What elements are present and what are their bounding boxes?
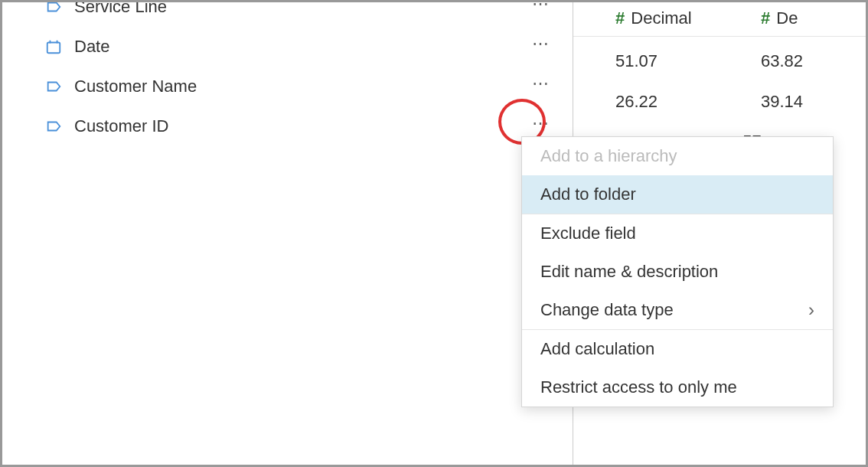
- menu-exclude-field[interactable]: Exclude field: [522, 214, 833, 253]
- menu-item-label: Add to folder: [540, 185, 636, 204]
- menu-item-label: Edit name & description: [540, 262, 718, 282]
- column-header-label: Decimal: [631, 8, 691, 28]
- menu-add-hierarchy: Add to a hierarchy: [522, 137, 833, 175]
- field-label: Customer Name: [74, 77, 524, 96]
- menu-add-calculation[interactable]: Add calculation: [522, 330, 833, 368]
- table-cell: 63.82: [761, 41, 866, 82]
- field-label: Service Line: [74, 0, 524, 17]
- column-header[interactable]: # De: [761, 2, 866, 37]
- menu-item-label: Change data type: [540, 300, 674, 320]
- menu-add-to-folder[interactable]: Add to folder: [522, 175, 833, 214]
- number-type-icon: #: [615, 8, 625, 28]
- more-menu-icon[interactable]: ⋯: [524, 115, 557, 132]
- field-item-service-line[interactable]: Service Line ⋯: [2, 0, 573, 27]
- field-context-menu: Add to a hierarchy Add to folder Exclude…: [521, 136, 834, 407]
- field-list-panel: Service Line ⋯ Date ⋯ Customer Name ⋯: [2, 2, 573, 465]
- table-cell: 26.22: [573, 82, 761, 122]
- menu-edit-name-description[interactable]: Edit name & description: [522, 253, 833, 291]
- column-header[interactable]: # Decimal: [573, 2, 761, 37]
- menu-item-label: Add calculation: [540, 339, 654, 359]
- column-header-label: De: [776, 8, 798, 28]
- more-menu-icon[interactable]: ⋯: [524, 35, 557, 52]
- tag-icon: [45, 118, 62, 135]
- menu-item-label: Restrict access to only me: [540, 377, 737, 397]
- chevron-right-icon: ›: [808, 299, 814, 321]
- calendar-icon: [45, 38, 62, 55]
- tag-icon: [45, 78, 62, 95]
- svg-rect-0: [47, 43, 60, 54]
- field-item-date[interactable]: Date ⋯: [2, 27, 573, 67]
- number-type-icon: #: [761, 8, 770, 28]
- more-menu-icon[interactable]: ⋯: [524, 0, 557, 12]
- tag-icon: [45, 0, 62, 15]
- field-item-customer-name[interactable]: Customer Name ⋯: [2, 67, 573, 106]
- table-cell: 51.07: [573, 41, 761, 82]
- field-item-customer-id[interactable]: Customer ID ⋯: [2, 106, 573, 146]
- menu-restrict-access[interactable]: Restrict access to only me: [522, 368, 833, 407]
- field-label: Customer ID: [74, 116, 524, 136]
- field-label: Date: [74, 37, 524, 57]
- menu-change-data-type[interactable]: Change data type ›: [522, 291, 833, 329]
- menu-item-label: Exclude field: [540, 224, 636, 243]
- menu-item-label: Add to a hierarchy: [540, 146, 677, 166]
- more-menu-icon[interactable]: ⋯: [524, 75, 557, 92]
- table-cell: 39.14: [761, 82, 866, 122]
